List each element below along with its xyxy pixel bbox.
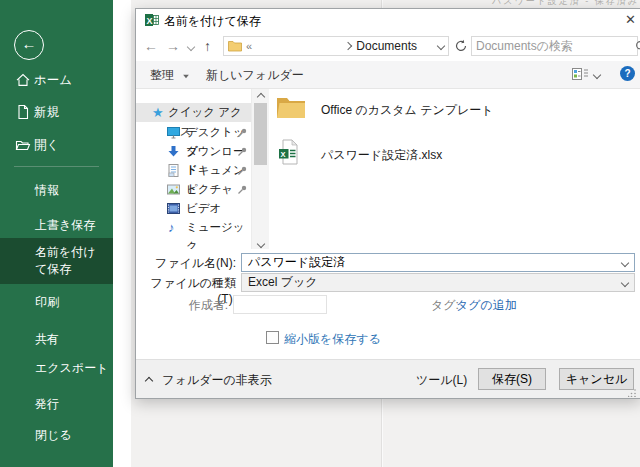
excel-app-icon: X [145,13,159,27]
documents-icon [167,164,180,177]
sidebar-item-label: 情報 [35,183,59,197]
nav-item-music[interactable]: ♪ ミュージック [136,218,251,237]
desktop-icon [167,126,180,139]
sidebar-item-label: 印刷 [35,295,59,309]
file-name: パスワード設定済.xlsx [321,147,442,164]
address-bar: ← → ↑ « Documents [136,35,640,59]
download-icon [167,145,180,158]
file-name-combobox[interactable] [241,253,635,272]
search-input[interactable] [472,39,635,53]
nav-back-icon[interactable]: ← [144,35,158,57]
pin-icon[interactable] [237,184,248,195]
excel-file-icon: X [278,139,299,165]
scroll-down-icon[interactable] [252,236,269,249]
nav-item-pictures[interactable]: ピクチャ [136,180,251,199]
file-name-input[interactable] [248,256,622,270]
sidebar-item-label: 新規 [34,105,59,119]
save-button[interactable]: 保存(S) [478,368,546,390]
help-icon[interactable]: ? [620,66,635,81]
add-tag-link[interactable]: タグの追加 [456,297,517,314]
sidebar-item-share[interactable]: 共有 [0,330,113,348]
scrollbar-thumb[interactable] [254,103,267,165]
dialog-main: ★ クイック アクセス デスクトップ ダウンロード [136,89,640,249]
breadcrumb-overflow-icon[interactable]: « [246,40,252,52]
pin-icon[interactable] [237,146,248,157]
nav-item-quick-access[interactable]: ★ クイック アクセス [136,103,251,122]
save-thumbnail-checkbox[interactable] [266,331,279,344]
file-type-dropdown-icon[interactable] [621,278,629,286]
search-icon [635,40,640,53]
breadcrumb-label: Documents [356,39,417,53]
hide-folders-label: フォルダーの非表示 [162,373,271,387]
save-thumbnail-label: 縮小版を保存する [284,331,381,348]
music-note-icon: ♪ [168,218,175,237]
nav-item-documents[interactable]: ドキュメント [136,161,251,180]
pin-icon[interactable] [237,165,248,176]
nav-history-chevron-icon[interactable] [187,43,195,51]
nav-up-icon[interactable]: ↑ [204,35,211,57]
file-type-value: Excel ブック [248,274,318,291]
author-input[interactable] [233,295,327,314]
sidebar-item-label: 名前を付けて保存 [35,245,96,276]
sidebar-item-open[interactable]: 開く [0,136,113,154]
dialog-footer: フォルダーの非表示 ツール(L) 保存(S) キャンセル [136,359,640,398]
breadcrumb-crumb[interactable]: Documents [345,39,444,53]
resize-grip[interactable] [628,389,636,397]
sidebar-item-new[interactable]: 新規 [0,103,113,121]
pictures-icon [167,183,180,196]
app-window: パスワード設定済 - 保存済み ← ホーム 新規 開く 情報 [0,0,640,467]
nav-scrollbar[interactable] [251,89,269,249]
breadcrumb-separator-icon [344,42,352,50]
home-icon [15,72,31,88]
pin-icon[interactable] [237,127,248,138]
sidebar-item-home[interactable]: ホーム [0,71,113,89]
new-folder-button[interactable]: 新しいフォルダー [206,67,304,84]
file-item-excel[interactable]: X パスワード設定済.xlsx [278,139,299,168]
nav-item-downloads[interactable]: ダウンロード [136,142,251,161]
backstage-sidebar: ← ホーム 新規 開く 情報 上書き保存 名前を付 [0,0,113,467]
sidebar-item-label: ホーム [34,73,72,87]
organize-dropdown-icon [184,75,190,79]
author-label: 作成者: [136,297,228,314]
close-icon[interactable]: ✕ [622,11,639,28]
scroll-up-icon[interactable] [252,89,269,102]
back-button[interactable]: ← [14,30,44,60]
sidebar-divider [14,166,99,167]
folder-icon [276,95,306,121]
sidebar-item-save[interactable]: 上書き保存 [0,216,113,234]
hide-folders-button[interactable]: フォルダーの非表示 [146,372,272,389]
collapse-icon [145,377,153,385]
sidebar-item-info[interactable]: 情報 [0,181,113,199]
change-view-icon[interactable] [572,66,589,82]
sidebar-item-close[interactable]: 閉じる [0,426,113,444]
back-arrow-icon: ← [22,35,37,52]
organize-label: 整理 [150,68,174,82]
refresh-icon[interactable] [454,39,468,53]
sidebar-item-label: 閉じる [35,428,72,442]
nav-item-videos[interactable]: ビデオ [136,199,251,218]
open-folder-icon [15,137,31,153]
sidebar-item-save-as[interactable]: 名前を付けて保存 [0,238,113,284]
breadcrumb[interactable]: « Documents [223,36,449,56]
save-as-dialog: X 名前を付けて保存 ✕ ← → ↑ « Documents [135,8,640,399]
file-type-combobox[interactable]: Excel ブック [241,273,635,292]
nav-item-label: ビデオ [186,199,221,218]
sidebar-item-export[interactable]: エクスポート [0,359,113,377]
nav-item-desktop[interactable]: デスクトップ [136,123,251,142]
quick-access-star-icon: ★ [152,103,164,122]
organize-button[interactable]: 整理 [150,67,190,84]
sidebar-item-print[interactable]: 印刷 [0,293,113,311]
file-item-folder[interactable]: Office のカスタム テンプレート [276,95,306,124]
dialog-title: 名前を付けて保存 [164,13,261,30]
view-dropdown-icon[interactable] [593,71,601,79]
tools-dropdown[interactable]: ツール(L) [416,372,487,389]
sidebar-item-publish[interactable]: 発行 [0,395,113,413]
nav-forward-icon[interactable]: → [166,35,180,57]
cancel-button[interactable]: キャンセル [559,368,634,390]
file-name-dropdown-icon[interactable] [621,258,629,266]
breadcrumb-dropdown-icon[interactable] [437,42,445,50]
background-window-title: パスワード設定済 - 保存済み [492,0,639,8]
svg-text:X: X [147,16,153,26]
sidebar-item-label: 共有 [35,332,59,346]
svg-text:X: X [281,150,286,159]
